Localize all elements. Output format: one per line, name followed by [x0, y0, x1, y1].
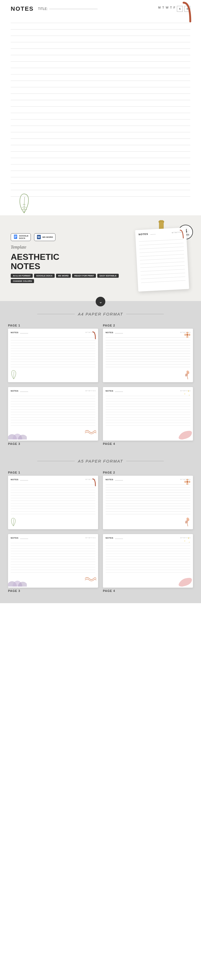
a5-page4-label: PAGE 4	[103, 589, 193, 592]
tag-gdocs: GOOGLE DOCS	[34, 274, 54, 278]
leaf-deco-bl	[10, 517, 17, 528]
a4-page4-label: PAGE 4	[103, 442, 193, 445]
leaf-deco-bl	[10, 369, 18, 380]
arch-decoration-top	[178, 0, 193, 24]
plant-deco-br	[185, 517, 191, 528]
tag-colors: CHANGE COLORS	[11, 279, 34, 283]
line-row	[11, 94, 190, 100]
svg-rect-1	[14, 236, 17, 236]
a4-section-title: A4 PAPER FORMAT	[8, 312, 193, 316]
line-row	[11, 145, 190, 151]
line-row	[11, 177, 190, 184]
wave-deco-br	[85, 576, 96, 582]
a4-page1-preview: PAGE 1 NOTES MTWTFSS	[8, 324, 98, 382]
page-card-lines	[11, 541, 96, 573]
a5-pages-grid: PAGE 1 NOTES MTWTFSS	[8, 471, 193, 592]
a5-page3-card: NOTES MTWTFSS	[8, 534, 98, 588]
line-row	[11, 151, 190, 158]
ms-word-icon: W	[37, 235, 41, 239]
hills-deco-bl	[8, 430, 27, 441]
svg-point-9	[186, 332, 188, 334]
line-row	[11, 81, 190, 88]
line-row	[11, 75, 190, 81]
promo-right: 4 PAGES NOTES M T W T F S	[134, 223, 193, 293]
a4-page1-label: PAGE 1	[8, 324, 98, 327]
line-row	[11, 126, 190, 132]
days-label-t1: T	[162, 6, 164, 12]
promo-app-icons: GOOGLEDOCS W MS WORD	[11, 233, 129, 241]
plant-deco-br	[185, 370, 191, 380]
a5-page2-label: PAGE 2	[103, 471, 193, 474]
notebook-title-line	[150, 233, 156, 235]
a5-page4-preview: NOTES MTWTFSS ✦ ✦ ✦	[103, 534, 193, 592]
promo-script-text: Template	[11, 245, 129, 250]
promo-main-title: AESTHETIC NOTES	[11, 252, 129, 271]
a5-section-title: A5 PAPER FORMAT	[8, 459, 193, 463]
page-card-header: NOTES MTWTFSS	[105, 331, 190, 334]
bottom-area	[11, 197, 190, 215]
a4-page4-card: NOTES MTWTFSS ✦ ✦ ✦	[103, 387, 193, 441]
google-docs-label: GOOGLEDOCS	[19, 235, 29, 240]
notebook-arch-deco	[178, 229, 184, 240]
page-card-header: NOTES MTWTFSS	[105, 537, 190, 539]
svg-text:✦: ✦	[184, 393, 185, 395]
svg-point-25	[189, 481, 190, 483]
a4-format-section: A4 PAPER FORMAT PAGE 1 NOTES MTWTFSS	[0, 301, 201, 456]
a4-page3-preview: NOTES MTWTFSS	[8, 387, 98, 445]
line-row	[11, 29, 190, 36]
notebook-title: NOTES	[139, 233, 148, 236]
page-card-lines	[11, 482, 96, 514]
page-card-header: NOTES MTWTFSS	[11, 331, 96, 334]
page-card-lines	[11, 393, 96, 426]
line-row	[11, 55, 190, 62]
star-deco-tr: ✦ ✦ ✦	[183, 389, 191, 398]
star-deco-tr: ✦ ✦ ✦	[183, 536, 191, 545]
page-card-header: NOTES MTWTFSS	[105, 390, 190, 392]
svg-point-11	[184, 334, 186, 336]
line-row	[11, 107, 190, 113]
line-row	[11, 49, 190, 55]
svg-text:✦: ✦	[189, 541, 190, 543]
line-row	[11, 88, 190, 94]
page-card-lines	[11, 335, 96, 367]
page-card-lines	[105, 541, 190, 573]
notes-page: NOTES TITLE: M T W T F S S	[0, 0, 201, 215]
line-row	[11, 184, 190, 190]
svg-point-21	[186, 481, 188, 483]
tag-msword: MS WORD	[56, 274, 71, 278]
svg-rect-3	[14, 237, 16, 238]
hills-deco-bl	[8, 577, 27, 588]
a5-page1-preview: PAGE 1 NOTES MTWTFSS	[8, 471, 98, 529]
title-field-area: TITLE:	[38, 7, 97, 11]
a4-page4-preview: NOTES MTWTFSS ✦ ✦ ✦	[103, 387, 193, 445]
line-row	[11, 139, 190, 145]
page-card-header: NOTES MTWTFSS	[105, 478, 190, 480]
page-card-header: NOTES MTWTFSS	[11, 390, 96, 392]
google-docs-badge: GOOGLEDOCS	[11, 233, 31, 241]
svg-point-10	[186, 336, 188, 338]
page-card-header: NOTES MTWTFSS	[11, 478, 96, 480]
line-row	[11, 190, 190, 197]
a5-page1-card: NOTES MTWTFSS	[8, 476, 98, 529]
notebook-lines	[139, 236, 186, 288]
a4-page2-preview: PAGE 2 NOTES MTWTFSS	[103, 324, 193, 382]
line-row	[11, 42, 190, 49]
svg-point-12	[189, 334, 190, 336]
a5-page2-card: NOTES MTWTFSS	[103, 476, 193, 529]
line-row	[11, 100, 190, 107]
flower-deco	[184, 478, 191, 486]
grid-lines	[105, 482, 190, 514]
notes-header: NOTES TITLE: M T W T F S S	[11, 5, 190, 12]
a4-page2-card: NOTES MTWTFSS	[103, 329, 193, 382]
svg-text:W: W	[38, 236, 40, 239]
wave-deco-br	[85, 429, 96, 435]
a5-page1-label: PAGE 1	[8, 471, 98, 474]
title-field-label: TITLE:	[38, 7, 48, 11]
days-label-w: W	[166, 6, 168, 12]
line-row	[11, 62, 190, 68]
line-row	[11, 132, 190, 139]
a4-page3-label: PAGE 3	[8, 442, 98, 445]
tag-a4a5: A4 & A5 FORMAT	[11, 274, 33, 278]
grid-lines	[105, 335, 190, 367]
down-arrow-button[interactable]: ⌄	[96, 297, 105, 306]
